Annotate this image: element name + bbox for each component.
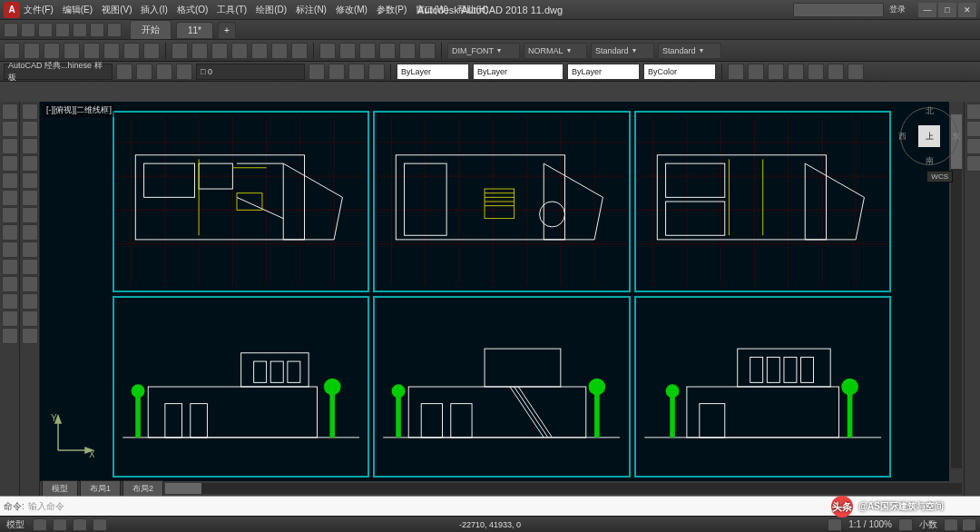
linetype-dropdown[interactable]: ByLayer <box>473 64 564 80</box>
tool-icon[interactable] <box>319 43 336 59</box>
mleader-style-dropdown[interactable]: Standard <box>658 43 721 59</box>
tool-icon[interactable] <box>399 43 416 59</box>
nav-tool-icon[interactable] <box>966 138 980 154</box>
nav-tool-icon[interactable] <box>966 121 980 137</box>
copy-tool-icon[interactable] <box>22 121 38 137</box>
tool-icon[interactable] <box>251 43 268 59</box>
view-cube[interactable]: 上 北 南 东 西 <box>900 107 958 165</box>
ellipse-tool-icon[interactable] <box>2 190 18 206</box>
tool-icon[interactable] <box>211 43 228 59</box>
tool-icon[interactable] <box>123 43 140 59</box>
tool-icon[interactable] <box>728 64 744 80</box>
qat-save-icon[interactable] <box>38 23 53 37</box>
tool-icon[interactable] <box>808 64 824 80</box>
tool-icon[interactable] <box>271 43 288 59</box>
tool-icon[interactable] <box>748 64 764 80</box>
layer-tool-icon[interactable] <box>328 64 345 80</box>
tool-icon[interactable] <box>291 43 308 59</box>
nav-tool-icon[interactable] <box>966 103 980 120</box>
layer-icon[interactable] <box>116 64 132 80</box>
qat-saveas-icon[interactable] <box>55 23 70 37</box>
minimize-button[interactable]: — <box>918 3 936 17</box>
layer-icon[interactable] <box>136 64 152 80</box>
grid-toggle-icon[interactable] <box>33 518 47 531</box>
move-tool-icon[interactable] <box>22 190 38 206</box>
menu-dimension[interactable]: 标注(N) <box>296 4 327 16</box>
help-search-input[interactable] <box>793 3 884 17</box>
model-tab[interactable]: 模型 <box>42 480 78 497</box>
workspace-dropdown[interactable]: AutoCAD 经典...hinese 样板 <box>4 64 113 80</box>
table-tool-icon[interactable] <box>2 310 18 327</box>
chamfer-tool-icon[interactable] <box>22 328 38 344</box>
hatch-tool-icon[interactable] <box>2 207 18 223</box>
table-style-dropdown[interactable]: Standard <box>591 43 654 59</box>
break-tool-icon[interactable] <box>22 293 38 310</box>
layout1-tab[interactable]: 布局1 <box>80 480 121 497</box>
arc-tool-icon[interactable] <box>2 155 18 172</box>
erase-tool-icon[interactable] <box>22 103 38 120</box>
nav-tool-icon[interactable] <box>966 155 980 172</box>
tool-icon[interactable] <box>172 43 188 59</box>
fillet-tool-icon[interactable] <box>22 310 38 327</box>
qat-new-icon[interactable] <box>4 23 18 37</box>
qat-redo-icon[interactable] <box>107 23 122 37</box>
rect-tool-icon[interactable] <box>2 172 18 189</box>
status-icon[interactable] <box>898 518 913 531</box>
wcs-indicator[interactable]: WCS <box>926 171 953 182</box>
array-tool-icon[interactable] <box>22 172 38 189</box>
menu-tools[interactable]: 工具(T) <box>217 4 247 16</box>
tool-icon[interactable] <box>143 43 160 59</box>
rotate-tool-icon[interactable] <box>22 207 38 223</box>
trim-tool-icon[interactable] <box>22 259 38 275</box>
polar-toggle-icon[interactable] <box>93 518 107 531</box>
ortho-toggle-icon[interactable] <box>73 518 87 531</box>
menu-modify[interactable]: 修改(M) <box>336 4 368 16</box>
drawing-canvas[interactable]: [-][俯视][二维线框] 上 北 南 东 西 WCS <box>40 102 964 496</box>
tool-icon[interactable] <box>24 43 40 59</box>
tool-icon[interactable] <box>44 43 60 59</box>
customization-icon[interactable] <box>962 518 976 531</box>
layer-tool-icon[interactable] <box>348 64 365 80</box>
tab-start[interactable]: 开始 <box>130 20 172 39</box>
layer-dropdown[interactable]: □ 0 <box>196 64 305 80</box>
stretch-tool-icon[interactable] <box>22 241 38 258</box>
color-dropdown[interactable]: ByLayer <box>397 64 469 80</box>
qat-open-icon[interactable] <box>21 23 35 37</box>
status-model[interactable]: 模型 <box>4 518 27 531</box>
layer-tool-icon[interactable] <box>309 64 325 80</box>
tool-icon[interactable] <box>788 64 804 80</box>
lineweight-dropdown[interactable]: ByLayer <box>567 64 640 80</box>
region-tool-icon[interactable] <box>2 293 18 310</box>
tab-new-button[interactable]: + <box>218 22 236 38</box>
command-input[interactable]: 输入命令 <box>28 500 64 513</box>
plotstyle-dropdown[interactable]: ByColor <box>643 64 716 80</box>
dim-style-dropdown[interactable]: NORMAL <box>524 43 587 59</box>
status-icon[interactable] <box>828 518 842 531</box>
menu-format[interactable]: 格式(O) <box>177 4 208 16</box>
layer-icon[interactable] <box>176 64 192 80</box>
text-tool-icon[interactable] <box>2 276 18 292</box>
close-button[interactable]: ✕ <box>958 3 976 17</box>
units-readout[interactable]: 小数 <box>916 518 940 531</box>
tool-icon[interactable] <box>359 43 376 59</box>
scale-readout[interactable]: 1:1 / 100% <box>846 519 895 529</box>
tab-file[interactable]: 11* <box>176 22 213 38</box>
layout2-tab[interactable]: 布局2 <box>122 480 163 497</box>
mtext-tool-icon[interactable] <box>2 328 18 344</box>
maximize-button[interactable]: □ <box>938 3 956 17</box>
tool-icon[interactable] <box>828 64 844 80</box>
layer-icon[interactable] <box>156 64 172 80</box>
tool-icon[interactable] <box>848 64 864 80</box>
menu-view[interactable]: 视图(V) <box>102 4 132 16</box>
ucs-icon[interactable]: YX <box>49 414 94 459</box>
viewport-label[interactable]: [-][俯视][二维线框] <box>44 103 114 117</box>
point-tool-icon[interactable] <box>2 241 18 258</box>
tool-icon[interactable] <box>379 43 396 59</box>
polyline-tool-icon[interactable] <box>2 121 18 137</box>
spline-tool-icon[interactable] <box>2 224 18 241</box>
block-tool-icon[interactable] <box>2 259 18 275</box>
menu-edit[interactable]: 编辑(E) <box>63 4 93 16</box>
tool-icon[interactable] <box>231 43 248 59</box>
offset-tool-icon[interactable] <box>22 155 38 172</box>
mirror-tool-icon[interactable] <box>22 138 38 154</box>
